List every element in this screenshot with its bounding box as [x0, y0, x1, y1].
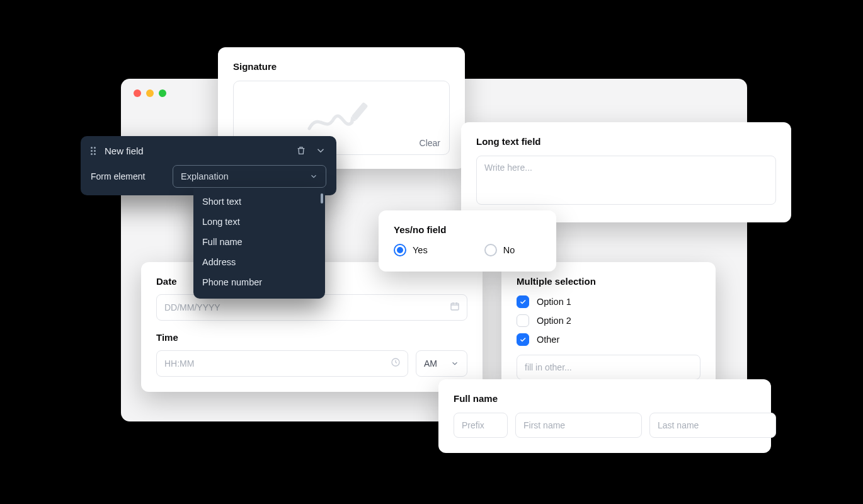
- new-field-title: New field: [105, 146, 290, 156]
- checkbox-icon: [517, 295, 529, 308]
- form-element-select[interactable]: Explanation: [173, 165, 326, 188]
- radio-no-label: No: [503, 245, 515, 255]
- chevron-down-icon[interactable]: [315, 145, 326, 156]
- radio-yes-label: Yes: [413, 245, 428, 255]
- checkbox-option[interactable]: Option 1: [517, 295, 700, 308]
- dropdown-scrollbar[interactable]: [321, 193, 323, 203]
- ampm-value: AM: [424, 358, 437, 369]
- svg-rect-2: [451, 303, 459, 310]
- new-field-panel: New field Form element Explanation: [81, 136, 336, 195]
- long-text-input[interactable]: [476, 156, 776, 205]
- last-name-input[interactable]: [649, 413, 776, 438]
- close-dot[interactable]: [134, 89, 141, 97]
- long-text-card: Long text field: [461, 122, 791, 222]
- checkbox-icon: [517, 314, 529, 327]
- form-element-value: Explanation: [181, 171, 229, 181]
- svg-rect-0: [351, 102, 369, 120]
- chevron-down-icon: [450, 359, 459, 368]
- minimize-dot[interactable]: [146, 89, 154, 97]
- other-input[interactable]: [517, 355, 700, 380]
- window-traffic-lights: [134, 89, 166, 97]
- checkbox-option[interactable]: Option 2: [517, 314, 700, 327]
- dropdown-option[interactable]: Short text: [193, 192, 325, 212]
- radio-no[interactable]: No: [484, 244, 515, 256]
- drag-handle-icon[interactable]: [91, 146, 98, 156]
- dropdown-option[interactable]: Long text: [193, 212, 325, 232]
- calendar-icon[interactable]: [450, 301, 460, 314]
- full-name-title: Full name: [454, 393, 756, 404]
- dropdown-option[interactable]: Address: [193, 252, 325, 272]
- long-text-title: Long text field: [476, 136, 776, 147]
- yes-no-title: Yes/no field: [394, 224, 541, 235]
- checkbox-option[interactable]: Other: [517, 333, 700, 346]
- signature-icon: [307, 101, 376, 135]
- checkbox-label: Other: [537, 335, 559, 345]
- multiple-selection-title: Multiple selection: [517, 276, 700, 287]
- form-element-label: Form element: [91, 171, 160, 181]
- radio-icon: [484, 244, 497, 256]
- checkbox-label: Option 2: [537, 316, 571, 326]
- radio-icon: [394, 244, 406, 256]
- multiple-selection-card: Multiple selection Option 1Option 2Other: [501, 262, 716, 395]
- first-name-input[interactable]: [515, 413, 642, 438]
- yes-no-card: Yes/no field Yes No: [379, 210, 556, 272]
- dropdown-option[interactable]: Phone number: [193, 272, 325, 292]
- trash-icon[interactable]: [296, 146, 306, 156]
- time-input[interactable]: [156, 350, 408, 377]
- signature-clear-button[interactable]: Clear: [420, 138, 440, 148]
- form-element-dropdown: Short textLong textFull nameAddressPhone…: [193, 188, 325, 299]
- checkbox-label: Option 1: [537, 297, 571, 307]
- clock-icon[interactable]: [391, 357, 401, 370]
- time-label: Time: [156, 332, 467, 343]
- ampm-select[interactable]: AM: [416, 350, 467, 377]
- chevron-down-icon: [309, 172, 318, 181]
- signature-title: Signature: [233, 61, 450, 72]
- prefix-input[interactable]: [454, 413, 508, 438]
- dropdown-option[interactable]: Full name: [193, 232, 325, 252]
- radio-yes[interactable]: Yes: [394, 244, 428, 256]
- full-name-card: Full name: [438, 379, 771, 453]
- maximize-dot[interactable]: [159, 89, 166, 97]
- checkbox-icon: [517, 333, 529, 346]
